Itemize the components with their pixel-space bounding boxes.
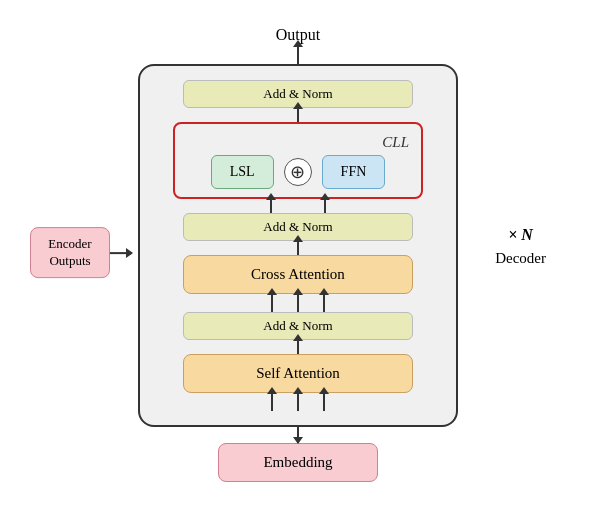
- encoder-label: EncoderOutputs: [48, 236, 91, 268]
- cll-inner: LSL ⊕ FFN: [187, 155, 409, 189]
- arrow-to-embedding: [297, 427, 299, 443]
- arrow-right: [324, 199, 326, 213]
- arrow-self-to-addnorm: [297, 340, 299, 354]
- arr3: [323, 294, 325, 312]
- arrow-cll-to-addnorm: [297, 108, 299, 122]
- encoder-box: EncoderOutputs: [30, 227, 110, 279]
- lsl-box: LSL: [211, 155, 274, 189]
- arrows-addnorm-to-cll: [270, 199, 326, 213]
- repeat-label: × N Decoder: [495, 222, 546, 269]
- cll-label: CLL: [382, 134, 409, 151]
- arr6: [323, 393, 325, 411]
- three-arrows-self: [271, 393, 325, 411]
- arr5: [297, 393, 299, 411]
- three-arrows-cross: [271, 294, 325, 312]
- repeat-n: × N: [495, 222, 546, 246]
- arr1: [271, 294, 273, 312]
- arr4: [271, 393, 273, 411]
- main-box: × N Decoder EncoderOutputs Add & Norm CL…: [138, 64, 458, 427]
- embedding-box: Embedding: [218, 443, 378, 482]
- arrow-cross-to-addnorm: [297, 241, 299, 255]
- cll-box: CLL LSL ⊕ FFN: [173, 122, 423, 199]
- arrow-left: [270, 199, 272, 213]
- ffn-box: FFN: [322, 155, 386, 189]
- plus-circle: ⊕: [284, 158, 312, 186]
- encoder-wrapper: EncoderOutputs: [30, 227, 132, 279]
- repeat-decoder: Decoder: [495, 246, 546, 269]
- arr2: [297, 294, 299, 312]
- diagram-wrapper: Output × N Decoder EncoderOutputs Add & …: [88, 26, 508, 482]
- output-arrow: [297, 46, 299, 64]
- encoder-arrow: [110, 252, 132, 254]
